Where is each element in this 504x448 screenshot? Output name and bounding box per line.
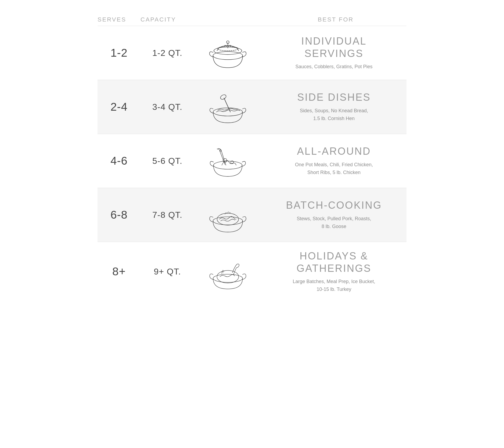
- capacity-cell: 3-4 QT.: [141, 97, 194, 117]
- illustration-cell: [194, 188, 261, 242]
- svg-line-12: [219, 150, 225, 164]
- best-for-cell: ALL-AROUND One Pot Meals, Chili, Fried C…: [261, 137, 406, 184]
- turkey-pot-icon: [201, 250, 255, 293]
- svg-line-13: [221, 150, 226, 165]
- best-for-cell: HOLIDAYS &GATHERINGS Large Batches, Meal…: [261, 242, 406, 301]
- comparison-table: SERVES CAPACITY BEST FOR 1-2 1-2 QT.: [98, 11, 406, 301]
- small-pot-icon: [201, 31, 255, 74]
- table-header: SERVES CAPACITY BEST FOR: [98, 11, 406, 26]
- serves-header: SERVES: [98, 16, 141, 23]
- capacity-cell: 5-6 QT.: [141, 151, 194, 171]
- dutch-oven-icon: [201, 139, 255, 182]
- capacity-cell: 7-8 QT.: [141, 205, 194, 225]
- svg-line-7: [224, 98, 231, 112]
- medium-pot-icon: [201, 85, 255, 128]
- svg-point-8: [220, 94, 227, 100]
- illustration-cell: [194, 80, 261, 134]
- svg-point-9: [214, 161, 242, 169]
- svg-point-14: [220, 150, 221, 151]
- best-for-header: BEST FOR: [265, 16, 406, 23]
- illustration-cell: [194, 245, 261, 298]
- serves-cell: 1-2: [98, 41, 141, 65]
- best-for-cell: BATCH-COOKING Stews, Stock, Pulled Pork,…: [261, 191, 406, 238]
- best-for-cell: INDIVIDUALSERVINGS Sauces, Cobblers, Gra…: [261, 27, 406, 79]
- serves-cell: 6-8: [98, 203, 141, 227]
- capacity-cell: 1-2 QT.: [141, 43, 194, 63]
- table-row: 8+ 9+ QT.: [98, 242, 406, 301]
- table-row: 6-8 7-8 QT. BATCH-CO: [98, 188, 406, 242]
- serves-cell: 8+: [98, 260, 141, 283]
- svg-point-17: [213, 274, 242, 282]
- illustration-cell: [194, 26, 261, 80]
- capacity-header: CAPACITY: [141, 16, 194, 23]
- svg-point-0: [213, 52, 243, 60]
- large-pot-icon: [201, 193, 255, 236]
- serves-cell: 4-6: [98, 149, 141, 173]
- illustration-cell: [194, 134, 261, 188]
- capacity-cell: 9+ QT.: [141, 261, 194, 282]
- illustration-header: [194, 16, 265, 23]
- best-for-cell: SIDE DISHES Sides, Soups, No Knead Bread…: [261, 83, 406, 130]
- table-row: 4-6 5-6 QT.: [98, 134, 406, 188]
- serves-cell: 2-4: [98, 95, 141, 119]
- table-row: 2-4 3-4 QT. SIDE DISHES: [98, 80, 406, 134]
- table-row: 1-2 1-2 QT.: [98, 26, 406, 80]
